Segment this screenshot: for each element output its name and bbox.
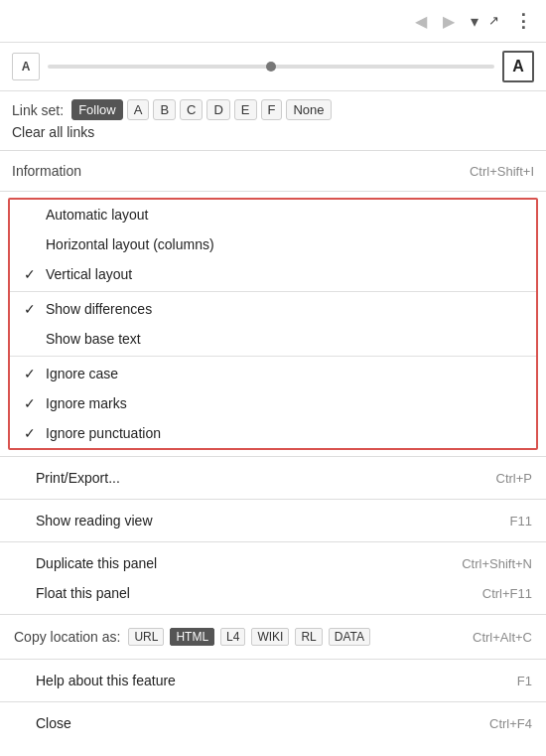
- horizontal-layout-item[interactable]: ✓ Horizontal layout (columns): [10, 229, 536, 259]
- print-export-item[interactable]: ✓ Print/Export... Ctrl+P: [0, 463, 546, 493]
- show-differences-check: ✓: [24, 301, 40, 317]
- duplicate-shortcut: Ctrl+Shift+N: [462, 556, 532, 571]
- show-differences-item[interactable]: ✓ Show differences: [10, 294, 536, 324]
- copy-wiki-button[interactable]: WIKI: [251, 628, 289, 646]
- ignore-punctuation-label: Ignore punctuation: [46, 425, 161, 441]
- ignore-punctuation-item[interactable]: ✓ Ignore punctuation: [10, 418, 536, 448]
- automatic-layout-item[interactable]: ✓ Automatic layout: [10, 200, 536, 229]
- linkset-label: Link set:: [12, 102, 64, 118]
- divider-4: [0, 499, 546, 500]
- automatic-layout-label: Automatic layout: [46, 207, 149, 223]
- vertical-layout-item[interactable]: ✓ Vertical layout: [10, 259, 536, 289]
- ignore-marks-item[interactable]: ✓ Ignore marks: [10, 388, 536, 418]
- linkset-b-button[interactable]: B: [153, 99, 176, 120]
- font-large-label: A: [502, 51, 534, 82]
- clear-links-link[interactable]: Clear all links: [12, 124, 534, 140]
- red-divider-1: [10, 291, 536, 292]
- ignore-case-label: Ignore case: [46, 366, 118, 381]
- linkset-d-button[interactable]: D: [206, 99, 229, 120]
- copy-shortcut: Ctrl+Alt+C: [473, 630, 532, 645]
- help-shortcut: F1: [517, 674, 532, 688]
- linkset-f-button[interactable]: F: [261, 99, 283, 120]
- copy-location-label: Copy location as:: [14, 629, 120, 645]
- divider-6: [0, 614, 546, 615]
- linkset-e-button[interactable]: E: [234, 99, 257, 120]
- divider-7: [0, 659, 546, 660]
- more-button[interactable]: ⋮: [508, 6, 538, 36]
- show-differences-label: Show differences: [46, 301, 152, 317]
- divider-2: [0, 191, 546, 192]
- cursor-area: ↗: [488, 9, 504, 33]
- show-base-text-item[interactable]: ✓ Show base text: [10, 324, 536, 354]
- show-reading-view-label: Show reading view: [36, 513, 153, 529]
- ignore-punctuation-check: ✓: [24, 425, 40, 441]
- copy-url-button[interactable]: URL: [128, 628, 164, 646]
- linkset-a-button[interactable]: A: [127, 99, 150, 120]
- nav-forward-button[interactable]: ▶: [437, 8, 461, 35]
- linkset-follow-button[interactable]: Follow: [71, 99, 123, 120]
- linkset-none-button[interactable]: None: [286, 99, 331, 120]
- linkset-line: Link set: Follow A B C D E F None: [12, 99, 534, 120]
- print-shortcut: Ctrl+P: [496, 471, 532, 486]
- help-item[interactable]: ✓ Help about this feature F1: [0, 666, 546, 695]
- ignore-marks-label: Ignore marks: [46, 395, 127, 411]
- close-label: Close: [36, 715, 71, 731]
- toolbar: ◀ ▶ ▾ ↗ ⋮: [0, 0, 546, 43]
- slider-thumb: [266, 62, 276, 72]
- divider-3: [0, 456, 546, 457]
- ignore-case-check: ✓: [24, 366, 40, 381]
- fontsize-slider[interactable]: [48, 65, 494, 69]
- linkset-row: Link set: Follow A B C D E F None Clear …: [0, 91, 546, 144]
- divider-1: [0, 150, 546, 151]
- copy-l4-button[interactable]: L4: [220, 628, 245, 646]
- divider-5: [0, 541, 546, 542]
- red-divider-2: [10, 356, 536, 357]
- linkset-c-button[interactable]: C: [180, 99, 203, 120]
- information-shortcut: Ctrl+Shift+I: [470, 164, 534, 179]
- duplicate-panel-label: Duplicate this panel: [36, 555, 157, 571]
- duplicate-panel-item[interactable]: ✓ Duplicate this panel Ctrl+Shift+N: [0, 548, 546, 578]
- nav-back-button[interactable]: ◀: [409, 8, 433, 35]
- horizontal-layout-label: Horizontal layout (columns): [46, 236, 214, 252]
- copy-html-button[interactable]: HTML: [170, 628, 214, 646]
- float-shortcut: Ctrl+F11: [482, 586, 532, 601]
- information-row[interactable]: Information Ctrl+Shift+I: [0, 157, 546, 185]
- close-shortcut: Ctrl+F4: [489, 716, 532, 731]
- vertical-layout-label: Vertical layout: [46, 266, 132, 282]
- fontsize-row: A A: [0, 43, 546, 91]
- help-label: Help about this feature: [36, 673, 176, 688]
- red-section: ✓ Automatic layout ✓ Horizontal layout (…: [8, 198, 538, 450]
- cursor-icon: ↗: [488, 13, 499, 28]
- copy-data-button[interactable]: DATA: [329, 628, 370, 646]
- font-small-label: A: [12, 53, 40, 80]
- vertical-layout-check: ✓: [24, 266, 40, 282]
- information-label: Information: [12, 163, 81, 179]
- show-base-text-label: Show base text: [46, 331, 141, 347]
- print-export-label: Print/Export...: [36, 470, 120, 486]
- show-reading-view-item[interactable]: ✓ Show reading view F11: [0, 506, 546, 535]
- float-panel-item[interactable]: ✓ Float this panel Ctrl+F11: [0, 578, 546, 608]
- nav-dropdown-button[interactable]: ▾: [465, 8, 484, 35]
- copy-location-row: Copy location as: URL HTML L4 WIKI RL DA…: [0, 621, 546, 653]
- ignore-marks-check: ✓: [24, 395, 40, 411]
- ignore-case-item[interactable]: ✓ Ignore case: [10, 359, 536, 388]
- copy-rl-button[interactable]: RL: [295, 628, 322, 646]
- divider-8: [0, 701, 546, 702]
- reading-shortcut: F11: [510, 514, 532, 529]
- float-panel-label: Float this panel: [36, 585, 130, 601]
- close-item[interactable]: ✓ Close Ctrl+F4: [0, 708, 546, 738]
